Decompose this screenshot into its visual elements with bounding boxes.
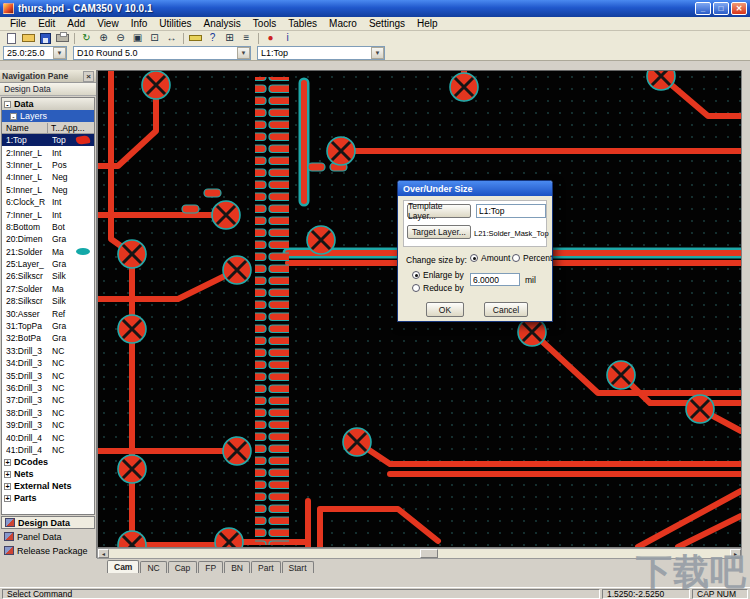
layer-row[interactable]: 8:Bottom Bot — [2, 221, 94, 233]
close-pane-icon[interactable] — [83, 71, 94, 82]
workspace-tab[interactable]: Cap — [168, 561, 198, 573]
menu-item[interactable]: Tools — [247, 18, 282, 29]
layer-row[interactable]: 38:Drill_3 NC — [2, 407, 94, 419]
layer-row[interactable]: 40:Drill_4 NC — [2, 431, 94, 443]
redraw-icon[interactable]: ↻ — [78, 32, 95, 45]
layer-row[interactable]: 3:Inner_L Pos — [2, 159, 94, 171]
layer-row[interactable]: 39:Drill_3 NC — [2, 419, 94, 431]
ok-button[interactable]: OK — [426, 302, 464, 317]
menu-item[interactable]: Tables — [282, 18, 323, 29]
menu-item[interactable]: Analysis — [198, 18, 247, 29]
workspace-tab[interactable]: Part — [251, 561, 281, 573]
menu-item[interactable]: Utilities — [153, 18, 197, 29]
layer-row[interactable]: 28:Silkscr Silk — [2, 295, 94, 307]
amount-radio[interactable]: Amount — [470, 253, 510, 263]
menu-item[interactable]: Edit — [32, 18, 61, 29]
zoom-window-icon[interactable]: ▣ — [129, 32, 146, 45]
template-layer-button[interactable]: Template Layer... — [407, 204, 471, 218]
expand-icon[interactable] — [4, 459, 11, 466]
reduce-radio[interactable]: Reduce by — [412, 283, 464, 293]
radio-icon[interactable] — [512, 254, 520, 262]
tree-group-row[interactable]: DCodes — [2, 456, 94, 468]
tree-node-layers[interactable]: Layers — [2, 110, 94, 122]
scroll-left-icon[interactable] — [98, 549, 109, 558]
active-layer-select[interactable]: L1:Top — [257, 46, 385, 60]
target-layer-button[interactable]: Target Layer... — [407, 225, 471, 239]
macro-record-icon[interactable]: ● — [262, 32, 279, 45]
design-data-section-header[interactable]: Design Data — [0, 83, 96, 96]
menu-item[interactable]: Settings — [363, 18, 411, 29]
layer-row[interactable]: 25:Layer_ Gra — [2, 258, 94, 270]
menu-item[interactable]: Add — [61, 18, 91, 29]
save-icon[interactable] — [37, 32, 54, 45]
layer-row[interactable]: 36:Drill_3 NC — [2, 382, 94, 394]
help-icon[interactable]: i — [279, 32, 296, 45]
dcode-select[interactable]: D10 Round 5.0 — [73, 46, 251, 60]
zoom-all-icon[interactable]: ⊡ — [146, 32, 163, 45]
layer-row[interactable]: 37:Drill_3 NC — [2, 394, 94, 406]
nav-mode-item[interactable]: Release Package — [1, 544, 95, 557]
tree-group-row[interactable]: Nets — [2, 468, 94, 480]
layer-row[interactable]: 27:Solder Ma — [2, 283, 94, 295]
menu-item[interactable]: File — [4, 18, 32, 29]
enlarge-radio[interactable]: Enlarge by — [412, 270, 464, 280]
print-icon[interactable] — [54, 32, 71, 45]
tree-group-row[interactable]: External Nets — [2, 480, 94, 492]
collapse-icon[interactable] — [10, 113, 17, 120]
layer-row[interactable]: 31:TopPa Gra — [2, 320, 94, 332]
radio-icon[interactable] — [470, 254, 478, 262]
layer-row[interactable]: 21:Solder Ma — [2, 246, 94, 258]
radio-icon[interactable] — [412, 284, 420, 292]
layer-row[interactable]: 34:Drill_3 NC — [2, 357, 94, 369]
grid-select[interactable]: 25.0:25.0 — [3, 46, 67, 60]
grid-icon[interactable]: ⊞ — [221, 32, 238, 45]
collapse-icon[interactable] — [4, 101, 11, 108]
layer-row[interactable]: 5:Inner_L Neg — [2, 184, 94, 196]
radio-icon[interactable] — [412, 271, 420, 279]
nav-mode-item[interactable]: Panel Data — [1, 530, 95, 543]
scrollbar-thumb[interactable] — [420, 549, 438, 558]
layers-icon[interactable]: ≡ — [238, 32, 255, 45]
layer-row[interactable]: 4:Inner_L Neg — [2, 171, 94, 183]
expand-icon[interactable] — [4, 483, 11, 490]
nav-mode-item[interactable]: Design Data — [1, 516, 95, 529]
dialog-titlebar[interactable]: Over/Under Size — [398, 181, 552, 196]
dropdown-arrow-icon[interactable] — [237, 47, 250, 59]
minimize-icon[interactable] — [695, 2, 711, 15]
size-amount-field[interactable] — [470, 273, 520, 286]
layer-row[interactable]: 1:Top Top — [2, 134, 94, 146]
layer-row[interactable]: 41:Drill_4 NC — [2, 444, 94, 456]
new-file-icon[interactable] — [3, 32, 20, 45]
menu-item[interactable]: Help — [411, 18, 444, 29]
layer-row[interactable]: 2:Inner_L Int — [2, 146, 94, 158]
zoom-out-icon[interactable]: ⊖ — [112, 32, 129, 45]
expand-icon[interactable] — [4, 495, 11, 502]
layer-row[interactable]: 33:Drill_3 NC — [2, 345, 94, 357]
open-file-icon[interactable] — [20, 32, 37, 45]
measure-icon[interactable] — [187, 32, 204, 45]
dropdown-arrow-icon[interactable] — [53, 47, 66, 59]
workspace-tab[interactable]: FP — [198, 561, 223, 573]
workspace-tab[interactable]: Cam — [107, 560, 139, 573]
zoom-in-icon[interactable]: ⊕ — [95, 32, 112, 45]
menu-item[interactable]: Macro — [323, 18, 363, 29]
tree-node-data[interactable]: Data — [2, 98, 94, 110]
layer-row[interactable]: 32:BotPa Gra — [2, 332, 94, 344]
workspace-tab[interactable]: NC — [140, 561, 166, 573]
layer-color-swatch[interactable] — [76, 248, 90, 255]
layer-row[interactable]: 26:Silkscr Silk — [2, 270, 94, 282]
layer-row[interactable]: 7:Inner_L Int — [2, 208, 94, 220]
dropdown-arrow-icon[interactable] — [371, 47, 384, 59]
menu-item[interactable]: Info — [125, 18, 154, 29]
cancel-button[interactable]: Cancel — [484, 302, 528, 317]
query-icon[interactable]: ? — [204, 32, 221, 45]
percent-radio[interactable]: Percent — [512, 253, 552, 263]
menu-item[interactable]: View — [91, 18, 125, 29]
template-layer-field[interactable] — [476, 204, 546, 218]
layer-color-swatch[interactable] — [76, 135, 91, 145]
workspace-tab[interactable]: Start — [282, 561, 314, 573]
maximize-icon[interactable] — [713, 2, 729, 15]
layer-row[interactable]: 6:Clock_R Int — [2, 196, 94, 208]
expand-icon[interactable] — [4, 471, 11, 478]
pan-icon[interactable]: ↔ — [163, 32, 180, 45]
